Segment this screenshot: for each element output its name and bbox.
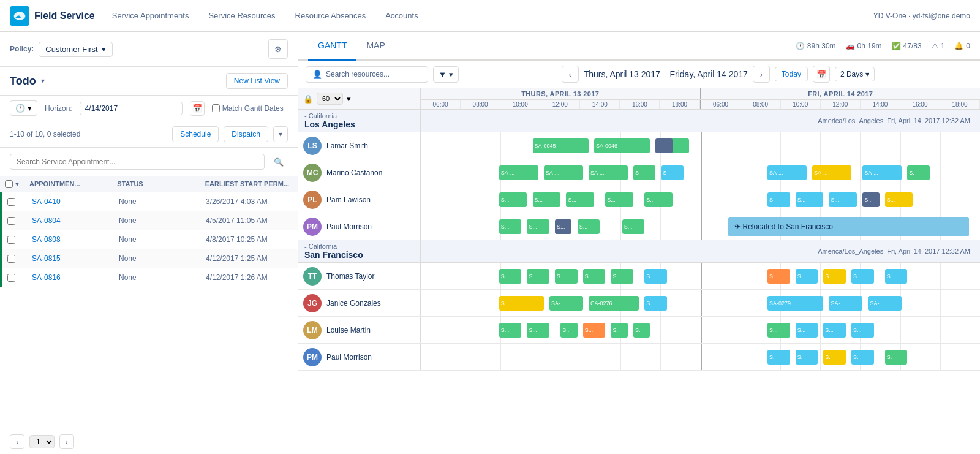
appointment-block[interactable]: SA-0045 — [533, 138, 589, 153]
days-select[interactable]: 2 Days ▾ — [835, 67, 875, 81]
appointment-block[interactable]: S... — [499, 323, 522, 338]
appointment-block[interactable]: S... — [499, 296, 544, 311]
appointment-block[interactable]: S... — [499, 192, 527, 207]
appointment-block[interactable]: S... — [527, 219, 549, 234]
nav-accounts[interactable]: Accounts — [383, 11, 420, 20]
appointment-block[interactable]: S... — [533, 192, 561, 207]
appointment-block[interactable]: S. — [796, 350, 818, 365]
clock-filter[interactable]: 🕐 ▾ — [10, 100, 37, 116]
select-all-checkbox[interactable] — [5, 180, 13, 188]
appointment-block[interactable]: SA-... — [868, 296, 902, 311]
next-date-button[interactable]: › — [753, 66, 770, 83]
appointment-block[interactable]: SA-... — [549, 296, 583, 311]
appointment-block[interactable]: S... — [566, 192, 594, 207]
appointment-block[interactable]: S... — [767, 323, 790, 338]
appointment-block[interactable]: S... — [527, 323, 549, 338]
appointment-block[interactable]: S. — [885, 269, 908, 284]
appointment-block[interactable]: SA-... — [767, 165, 807, 180]
appointment-block[interactable]: S... — [578, 219, 600, 234]
appointment-block[interactable]: S. — [767, 350, 790, 365]
today-button[interactable]: Today — [775, 67, 808, 81]
tab-gantt[interactable]: GANTT — [308, 32, 356, 61]
appointment-block[interactable]: S... — [622, 219, 645, 234]
appointment-block[interactable]: SA-... — [812, 165, 851, 180]
appointment-block[interactable]: S. — [555, 269, 578, 284]
appointment-block[interactable]: S — [767, 192, 790, 207]
horizon-date-input[interactable] — [80, 102, 183, 115]
prev-date-button[interactable]: ‹ — [562, 66, 579, 83]
appointment-block[interactable]: S. — [611, 269, 633, 284]
nav-service-appointments[interactable]: Service Appointments — [110, 11, 192, 20]
row-checkbox[interactable] — [7, 198, 15, 206]
appointment-block[interactable]: SA-... — [829, 296, 862, 311]
search-button[interactable]: 🔍 — [270, 153, 288, 171]
appointment-block[interactable]: CA-0276 — [589, 296, 639, 311]
appointment-block[interactable]: S. — [633, 323, 650, 338]
appointment-block[interactable]: S... — [829, 192, 857, 207]
appointment-block[interactable]: S. — [823, 350, 846, 365]
appointment-block[interactable]: S — [662, 165, 684, 180]
match-gantt-checkbox[interactable] — [212, 104, 220, 112]
table-row[interactable]: SA-0815 None 4/12/2017 1:25 AM — [0, 249, 298, 268]
appointment-block[interactable]: S... — [796, 323, 818, 338]
resource-search[interactable]: 👤 Search resources... — [306, 66, 428, 83]
schedule-button[interactable]: Schedule — [172, 126, 219, 142]
appointment-block[interactable]: S. — [907, 165, 930, 180]
table-row[interactable]: SA-0816 None 4/12/2017 1:26 AM — [0, 268, 298, 287]
appointment-block[interactable]: S... — [605, 192, 633, 207]
calendar-picker-button[interactable]: 📅 — [813, 66, 830, 83]
interval-select[interactable]: 60 — [317, 93, 343, 105]
appointment-block[interactable]: SA-0279 — [767, 296, 823, 311]
calendar-icon[interactable]: 📅 — [190, 101, 205, 116]
policy-select[interactable]: Customer First ▾ — [39, 42, 112, 57]
appointment-block[interactable]: S... — [583, 323, 606, 338]
appointment-block[interactable]: S. — [527, 269, 549, 284]
appointment-block[interactable]: S... — [851, 323, 874, 338]
appointment-block[interactable]: S... — [555, 219, 571, 234]
page-select[interactable]: 1 — [29, 435, 55, 448]
appointment-block[interactable]: SA-... — [499, 165, 538, 180]
prev-page-button[interactable]: ‹ — [10, 434, 24, 449]
appointment-block[interactable]: S. — [796, 269, 818, 284]
appointment-block[interactable]: SA-0046 — [594, 138, 650, 153]
appointment-block[interactable]: S. — [885, 350, 908, 365]
new-list-button[interactable]: New List View — [226, 73, 288, 89]
appointment-block[interactable]: S. — [644, 269, 667, 284]
appointment-block[interactable]: S... — [862, 192, 879, 207]
appointment-block[interactable]: SA-... — [862, 165, 902, 180]
gear-button[interactable]: ⚙ — [268, 39, 288, 59]
next-page-button[interactable]: › — [59, 434, 74, 449]
appointment-block[interactable]: S. — [767, 269, 790, 284]
nav-service-resources[interactable]: Service Resources — [206, 11, 277, 20]
table-row[interactable]: SA-0804 None 4/5/2017 11:05 AM — [0, 211, 298, 230]
appointment-block[interactable]: S. — [851, 269, 874, 284]
appointment-block[interactable]: S... — [644, 192, 673, 207]
row-checkbox[interactable] — [7, 217, 15, 225]
table-row[interactable]: SA-0808 None 4/8/2017 10:25 AM — [0, 230, 298, 249]
tab-map[interactable]: MAP — [356, 32, 394, 61]
appointment-block[interactable]: S — [633, 165, 656, 180]
match-gantt-dates[interactable]: Match Gantt Dates — [212, 104, 284, 113]
appointment-search-input[interactable] — [10, 154, 265, 170]
appointment-block[interactable]: S... — [885, 192, 913, 207]
more-actions-button[interactable]: ▾ — [273, 126, 288, 142]
dispatch-button[interactable]: Dispatch — [224, 126, 268, 142]
row-checkbox[interactable] — [7, 255, 15, 263]
nav-resource-absences[interactable]: Resource Absences — [293, 11, 369, 20]
appointment-block[interactable]: S. — [499, 269, 522, 284]
appointment-block[interactable]: S. — [823, 269, 846, 284]
appointment-block[interactable]: SA-... — [589, 165, 628, 180]
appointment-block[interactable]: S. — [611, 323, 627, 338]
appointment-block[interactable]: S. — [851, 350, 874, 365]
appointment-block[interactable]: S... — [823, 323, 846, 338]
appointment-block[interactable]: S... — [560, 323, 577, 338]
row-checkbox[interactable] — [7, 274, 15, 282]
appointment-block[interactable]: S. — [644, 296, 667, 311]
appointment-block[interactable]: S... — [499, 219, 522, 234]
appointment-block[interactable]: SA-... — [544, 165, 583, 180]
appointment-block[interactable]: S. — [583, 269, 606, 284]
appointment-block[interactable] — [655, 138, 672, 153]
gantt-filter-button[interactable]: ▼ ▾ — [433, 66, 459, 83]
table-row[interactable]: SA-0410 None 3/26/2017 4:03 AM — [0, 192, 298, 211]
row-checkbox[interactable] — [7, 236, 15, 244]
